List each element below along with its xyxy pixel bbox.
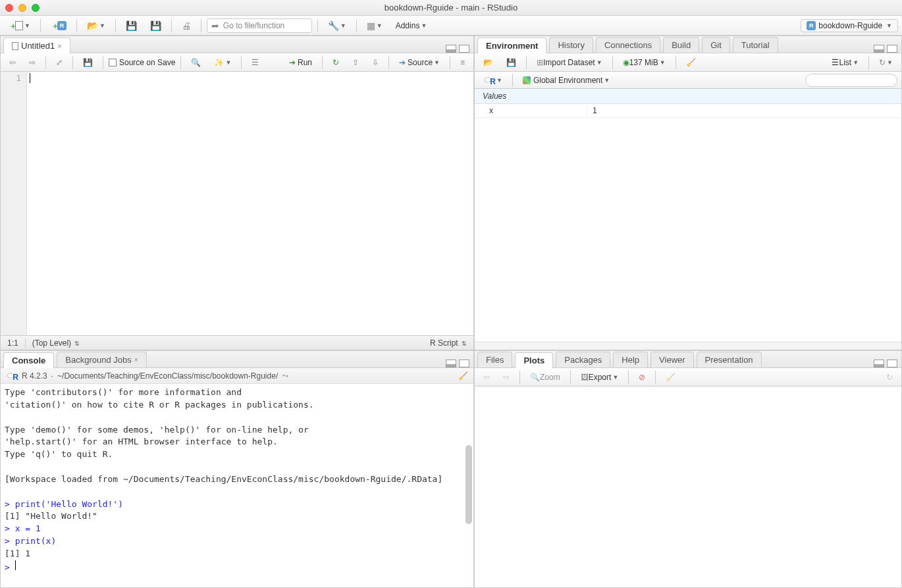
popout-icon[interactable]: ⤳: [282, 371, 288, 381]
find-button[interactable]: 🔍: [186, 55, 205, 70]
console-output[interactable]: Type 'contributors()' for more informati…: [1, 384, 473, 587]
goto-file-input[interactable]: ➦Go to file/function: [207, 18, 312, 33]
outline-toggle-button[interactable]: ≡: [456, 55, 469, 70]
tab-git[interactable]: Git: [702, 37, 730, 53]
editor[interactable]: 1: [1, 72, 473, 335]
separator: [115, 19, 116, 32]
plot-prev-button[interactable]: ⇦: [479, 370, 494, 385]
tab-build[interactable]: Build: [663, 37, 699, 53]
refresh-plots-button[interactable]: ↻: [882, 370, 897, 385]
tab-plots[interactable]: Plots: [515, 352, 553, 368]
tab-packages[interactable]: Packages: [556, 352, 610, 367]
clear-console-button[interactable]: 🧹: [458, 371, 468, 381]
r-version: R 4.2.3: [22, 371, 47, 381]
clear-workspace-button[interactable]: 🧹: [681, 55, 701, 70]
source-on-save-checkbox[interactable]: Source on Save: [109, 58, 175, 67]
env-row[interactable]: x 1: [475, 104, 901, 118]
new-file-button[interactable]: ＋▼: [4, 18, 35, 33]
tab-console[interactable]: Console: [3, 352, 54, 368]
remove-plot-button[interactable]: ⊘: [634, 370, 650, 385]
file-type[interactable]: R Script ⇅: [430, 338, 467, 348]
cursor-position: 1:1: [7, 338, 18, 348]
maximize-pane-icon[interactable]: [459, 45, 469, 53]
tab-viewer[interactable]: Viewer: [650, 352, 694, 367]
separator: [171, 19, 172, 32]
tab-background-jobs[interactable]: Background Jobs ×: [57, 352, 146, 367]
nav-back-button[interactable]: ⇦: [5, 55, 20, 70]
source-tab-title: Untitled1: [21, 41, 55, 51]
memory-usage[interactable]: ◉ 137 MiB ▼: [618, 55, 670, 70]
editor-text[interactable]: [27, 72, 473, 335]
tab-presentation[interactable]: Presentation: [697, 352, 762, 367]
import-dataset-button[interactable]: ⊞ Import Dataset ▼: [532, 55, 607, 70]
close-tab-icon[interactable]: ×: [57, 42, 61, 50]
wand-button[interactable]: ✨▼: [209, 55, 236, 70]
up-button[interactable]: ⇧: [348, 55, 363, 70]
separator: [317, 19, 318, 32]
view-mode-button[interactable]: ☰ List ▼: [827, 55, 863, 70]
addins-button[interactable]: Addins ▼: [391, 18, 432, 33]
goto-placeholder-text: Go to file/function: [223, 21, 284, 30]
env-scope-selector[interactable]: Global Environment ▼: [518, 73, 614, 88]
env-scope-bar: ▼ Global Environment ▼: [475, 72, 901, 89]
save-all-button[interactable]: 💾: [146, 18, 166, 33]
print-button[interactable]: 🖨: [177, 18, 196, 33]
plot-canvas: [475, 387, 901, 587]
env-filter-input[interactable]: [805, 74, 897, 87]
tab-connections[interactable]: Connections: [596, 37, 660, 53]
r-project-icon: R: [807, 21, 816, 30]
r-logo-icon: [483, 76, 495, 85]
maximize-pane-icon[interactable]: [887, 45, 897, 53]
clear-plots-button[interactable]: 🧹: [661, 370, 680, 385]
minimize-pane-icon[interactable]: [874, 45, 884, 53]
project-selector[interactable]: R bookdown-Rguide ▼: [801, 19, 898, 32]
env-var-value: 1: [587, 106, 901, 115]
show-in-new-button[interactable]: ⤢: [51, 55, 67, 70]
console-scrollbar[interactable]: [465, 445, 472, 524]
env-tabbar: Environment History Connections Build Gi…: [475, 36, 901, 53]
line-gutter: 1: [1, 72, 27, 335]
source-tab[interactable]: Untitled1 ×: [3, 38, 70, 53]
run-button[interactable]: ➔Run: [284, 55, 317, 70]
new-project-button[interactable]: ＋R: [46, 18, 71, 33]
tab-history[interactable]: History: [549, 37, 593, 53]
save-file-button[interactable]: 💾: [78, 55, 97, 70]
tab-files[interactable]: Files: [477, 352, 512, 367]
console-tabbar: Console Background Jobs ×: [1, 351, 473, 368]
minimize-pane-icon[interactable]: [874, 360, 884, 367]
rerun-button[interactable]: ↻: [328, 55, 344, 70]
env-list: Values x 1: [475, 89, 901, 342]
minimize-pane-icon[interactable]: [446, 45, 456, 53]
env-scrollbar[interactable]: [475, 342, 901, 350]
source-button[interactable]: ➔Source▼: [394, 55, 444, 70]
down-button[interactable]: ⇩: [367, 55, 383, 70]
source-tabbar: Untitled1 ×: [1, 36, 473, 53]
env-var-name: x: [475, 106, 587, 115]
load-workspace-button[interactable]: 📂: [479, 55, 498, 70]
refresh-env-button[interactable]: ↻▼: [874, 55, 897, 70]
maximize-pane-icon[interactable]: [459, 360, 469, 367]
window-titlebar: bookdown-Rguide - main - RStudio: [0, 0, 902, 16]
language-selector[interactable]: ▼: [479, 73, 507, 88]
tab-tutorial[interactable]: Tutorial: [733, 37, 778, 53]
save-button[interactable]: 💾: [121, 18, 142, 33]
minimize-pane-icon[interactable]: [446, 360, 456, 367]
plots-toolbar: ⇦ ⇨ 🔍 Zoom 🖼 Export ▼ ⊘ 🧹 ↻: [475, 368, 901, 387]
project-name: bookdown-Rguide: [818, 21, 882, 30]
tools-button[interactable]: 🔧▼: [323, 18, 351, 33]
outline-button[interactable]: ☰: [247, 55, 263, 70]
maximize-pane-icon[interactable]: [887, 360, 897, 367]
nav-fwd-button[interactable]: ⇨: [24, 55, 40, 70]
zoom-button[interactable]: 🔍 Zoom: [525, 370, 565, 385]
open-file-button[interactable]: 📂▼: [82, 18, 110, 33]
scope-selector[interactable]: (Top Level) ⇅: [32, 338, 80, 348]
source-pane: Untitled1 × ⇦ ⇨ ⤢ 💾 Source on Save 🔍 ✨▼ …: [0, 36, 474, 350]
panes-button[interactable]: ▦▼: [362, 18, 387, 33]
working-dir[interactable]: ~/Documents/Teaching/EnvEconClass/misc/b…: [57, 371, 278, 381]
plot-next-button[interactable]: ⇨: [498, 370, 514, 385]
save-workspace-button[interactable]: 💾: [502, 55, 521, 70]
tab-environment[interactable]: Environment: [477, 38, 546, 53]
tab-help[interactable]: Help: [613, 352, 648, 367]
export-button[interactable]: 🖼 Export ▼: [576, 370, 623, 385]
viewer-tabbar: Files Plots Packages Help Viewer Present…: [475, 351, 901, 368]
